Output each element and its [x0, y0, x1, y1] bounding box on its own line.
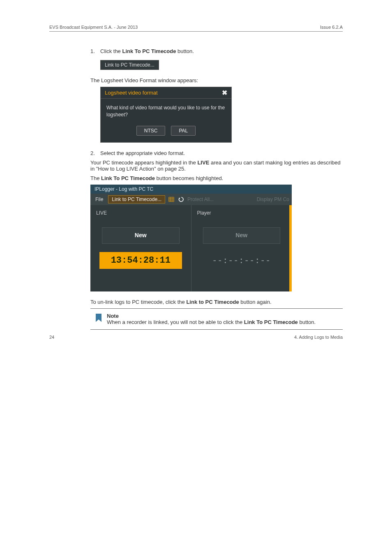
link-to-pc-timecode-button-img: Link to PC Timecode... — [100, 60, 159, 70]
pal-button[interactable]: PAL — [171, 126, 196, 136]
header-right: Issue 6.2.A — [320, 25, 343, 30]
dialog-body-text: What kind of video format would you like… — [101, 99, 231, 121]
live-new-button[interactable]: New — [102, 227, 180, 244]
player-new-button[interactable]: New — [203, 227, 281, 244]
step1-pre: Click the — [100, 48, 122, 54]
display-pm-button: Display PM Co — [257, 197, 289, 202]
step-number-2: 2. — [90, 150, 100, 156]
paragraph-live-area: Your PC timecode appears highlighted in … — [90, 160, 343, 172]
paragraph-highlighted: The Link To PC Timecode button becomes h… — [90, 175, 343, 181]
player-timecode: --:--:--:-- — [201, 252, 283, 270]
svg-rect-0 — [169, 197, 174, 201]
para-unlink-a: To un-link logs to PC timecode, click th… — [90, 299, 186, 305]
iplogger-window: IPLogger - Log with PC TC File Link to P… — [90, 185, 292, 291]
step1-bold: Link To PC Timecode — [122, 48, 176, 54]
live-pane: LIVE New 13:54:28:11 — [90, 205, 191, 291]
live-label: LIVE — [96, 210, 185, 216]
header-rule — [49, 31, 343, 32]
player-pane: Player New --:--:--:-- — [191, 205, 292, 291]
logsheet-video-format-dialog: Logsheet video format ✖ What kind of vid… — [100, 87, 232, 143]
dialog-title: Logsheet video format — [105, 90, 158, 96]
header-left: EVS Broadcast Equipment S.A. - June 2013 — [49, 25, 138, 30]
note-body-c: button. — [298, 319, 316, 325]
live-timecode: 13:54:28:11 — [99, 252, 182, 269]
player-label: Player — [197, 210, 286, 216]
grid-icon[interactable] — [168, 196, 175, 203]
step-text-2: Select the appropriate video format. — [100, 150, 343, 156]
para-hl-a: The — [90, 175, 101, 181]
para-hl-c: button becomes highlighted. — [155, 175, 223, 181]
window-titlebar: IPLogger - Log with PC TC — [90, 185, 292, 194]
note-tag-icon — [95, 313, 103, 322]
note-title: Note — [107, 313, 343, 319]
para-hl-b: Link To PC Timecode — [101, 175, 155, 181]
para-live-a: Your PC timecode appears highlighted in … — [90, 160, 197, 166]
paragraph-unlink: To un-link logs to PC timecode, click th… — [90, 299, 343, 305]
text-logsheet-appears: The Logsheet Video Format window appears… — [90, 77, 343, 83]
para-unlink-b: Link to PC Timecode — [186, 299, 239, 305]
note-block: Note When a recorder is linked, you will… — [90, 308, 343, 330]
para-live-b: LIVE — [197, 160, 209, 166]
note-body-a: When a recorder is linked, you will not … — [107, 319, 244, 325]
file-menu[interactable]: File — [93, 196, 106, 203]
ntsc-button[interactable]: NTSC — [136, 126, 166, 136]
note-body-b: Link To PC Timecode — [244, 319, 298, 325]
footer-page-number: 24 — [49, 335, 54, 340]
note-body: When a recorder is linked, you will not … — [107, 319, 343, 325]
link-to-pc-timecode-button[interactable]: Link to PC Timecode... — [108, 195, 165, 204]
protect-all-button: Protect All... — [187, 197, 214, 202]
step-text-1: Click the Link To PC Timecode button. — [100, 48, 343, 54]
window-toolbar: File Link to PC Timecode... Protect All.… — [90, 194, 292, 205]
close-icon[interactable]: ✖ — [222, 90, 227, 96]
pane-right-edge — [289, 205, 292, 291]
refresh-icon[interactable] — [178, 196, 185, 203]
step-number-1: 1. — [90, 48, 100, 54]
step1-post: button. — [176, 48, 194, 54]
para-unlink-c: button again. — [239, 299, 272, 305]
footer-section: 4. Adding Logs to Media — [294, 335, 343, 340]
